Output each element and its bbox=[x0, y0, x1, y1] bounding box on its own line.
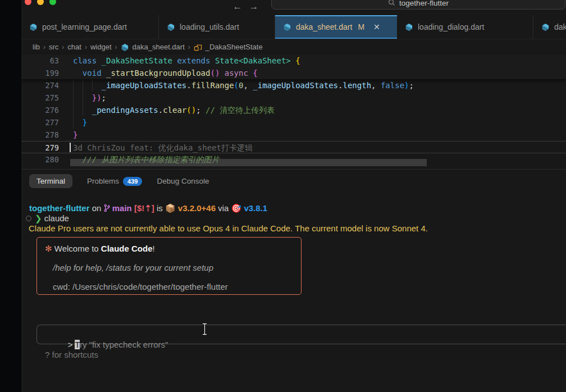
git-branch-icon bbox=[104, 203, 110, 213]
input-prompt-chevron: > bbox=[68, 340, 75, 349]
tab-loading-dialog-dart[interactable]: loading_dialog.dart bbox=[397, 15, 533, 39]
navigate-forward-button[interactable]: → bbox=[248, 1, 260, 13]
command-decoration-icon[interactable] bbox=[26, 216, 31, 221]
dart-icon bbox=[121, 43, 129, 52]
tab-label: loading_utils.dart bbox=[180, 22, 239, 31]
command-center-search[interactable]: together-flutter bbox=[271, 0, 565, 10]
panel-tab-bar: TerminalProblems439Debug Console bbox=[29, 174, 209, 188]
tab-loading-utils-dart[interactable]: loading_utils.dart bbox=[159, 15, 275, 39]
line-content: _imageUploadStates.fillRange(0, _imageUp… bbox=[73, 79, 414, 92]
line-number: 275 bbox=[21, 92, 59, 104]
breadcrumb-item--DakaSheetState[interactable]: _DakaSheetState bbox=[206, 43, 263, 51]
line-number: 277 bbox=[21, 116, 59, 129]
welcome-title: ✻ Welcome to Claude Code! bbox=[45, 244, 155, 254]
code-line-63[interactable]: 63class _DakaSheetState extends State<Da… bbox=[21, 54, 566, 67]
panel-tab-debug-console[interactable]: Debug Console bbox=[157, 177, 209, 185]
line-number: 63 bbox=[21, 54, 59, 67]
code-editor[interactable]: 274 _imageUploadStates.fillRange(0, _ima… bbox=[21, 79, 566, 169]
input-placeholder: ry "fix typecheck errors" bbox=[80, 340, 168, 349]
search-value: together-flutter bbox=[399, 0, 449, 7]
tab-label: daka_sheet.dart bbox=[296, 22, 352, 31]
line-content: 3d ChrisZou feat: 优化daka_sheet打卡逻辑 bbox=[73, 142, 253, 153]
line-number: 278 bbox=[21, 129, 59, 141]
line-content: } bbox=[73, 116, 87, 129]
code-line-275[interactable]: 275 }); bbox=[21, 92, 566, 104]
line-content: class _DakaSheetState extends State<Daka… bbox=[73, 54, 300, 67]
close-tab-icon[interactable]: ✕ bbox=[373, 22, 380, 31]
tab-daka-sheet-dart[interactable]: daka_sheet.dartM✕ bbox=[275, 15, 397, 39]
terminal-prompt-line: together-flutter on main [$!⇡] is 📦 v3.2… bbox=[29, 203, 267, 213]
text-cursor-block: T bbox=[75, 340, 80, 349]
breadcrumb-separator: › bbox=[115, 43, 117, 51]
code-line-276[interactable]: 276 _pendingAssets.clear(); // 清空待上传列表 bbox=[21, 104, 566, 116]
class-icon bbox=[194, 43, 202, 52]
dart-file-icon bbox=[167, 23, 175, 31]
code-line-278[interactable]: 278} bbox=[21, 129, 566, 141]
code-line-274[interactable]: 274 _imageUploadStates.fillRange(0, _ima… bbox=[21, 79, 566, 92]
breadcrumb-separator: › bbox=[85, 43, 87, 51]
search-icon bbox=[388, 0, 395, 8]
panel-tab-label: Debug Console bbox=[157, 177, 209, 185]
window-controls bbox=[25, 0, 56, 5]
line-content: _pendingAssets.clear(); // 清空待上传列表 bbox=[73, 104, 275, 116]
breadcrumb[interactable]: lib›src›chat›widget›daka_sheet.dart›_Dak… bbox=[21, 39, 566, 54]
code-line-277[interactable]: 277 } bbox=[21, 116, 566, 129]
vscode-window: ← → together-flutter post_learning_page.… bbox=[21, 0, 566, 392]
terminal-notice: Claude Pro users are not currently able … bbox=[29, 224, 428, 234]
dart-file-icon bbox=[29, 23, 38, 31]
line-content: } bbox=[73, 129, 77, 141]
breadcrumb-separator: › bbox=[188, 43, 190, 51]
tab-post-learning-page-dart[interactable]: post_learning_page.dart bbox=[21, 15, 159, 39]
welcome-cwd-line: cwd: /Users/chris/code/together/together… bbox=[53, 282, 228, 292]
line-number: 274 bbox=[21, 79, 59, 92]
horizontal-scrollbar[interactable] bbox=[70, 159, 427, 166]
mouse-ibeam-cursor bbox=[182, 312, 208, 348]
panel-tab-label: Terminal bbox=[36, 177, 65, 185]
tab-label: post_learning_page.dart bbox=[42, 22, 127, 31]
breadcrumb-item-widget[interactable]: widget bbox=[90, 43, 112, 51]
editor-tab-bar: post_learning_page.dartloading_utils.dar… bbox=[21, 15, 566, 39]
minimize-window-button[interactable] bbox=[37, 0, 44, 5]
terminal-content[interactable]: together-flutter on main [$!⇡] is 📦 v3.2… bbox=[21, 170, 566, 301]
navigate-back-button[interactable]: ← bbox=[231, 1, 244, 13]
breadcrumb-item-chat[interactable]: chat bbox=[67, 43, 81, 51]
tab-daka-[interactable]: daka_ bbox=[533, 15, 566, 39]
dart-file-icon bbox=[283, 23, 291, 31]
close-window-button[interactable] bbox=[25, 0, 31, 5]
line-number: 280 bbox=[21, 153, 59, 166]
tab-label: daka_ bbox=[554, 22, 566, 31]
terminal-command-line: ❯ claude bbox=[35, 213, 69, 224]
tab-label: loading_dialog.dart bbox=[418, 22, 484, 31]
editor-caret bbox=[70, 143, 71, 152]
welcome-help-line: /help for help, /status for your current… bbox=[53, 263, 213, 273]
claude-welcome-box: ✻ Welcome to Claude Code! /help for help… bbox=[36, 237, 302, 295]
breadcrumb-item-lib[interactable]: lib bbox=[33, 43, 40, 51]
sticky-scroll: 63class _DakaSheetState extends State<Da… bbox=[21, 54, 566, 79]
modified-indicator: M bbox=[358, 22, 364, 31]
line-number: 199 bbox=[21, 67, 59, 79]
breadcrumb-item-src[interactable]: src bbox=[49, 43, 58, 51]
panel-tab-problems[interactable]: Problems439 bbox=[87, 177, 142, 186]
line-number: 279 bbox=[21, 142, 59, 153]
claude-prompt-input[interactable]: > Try "fix typecheck errors" bbox=[36, 325, 566, 344]
breadcrumb-item-daka-sheet-dart[interactable]: daka_sheet.dart bbox=[133, 43, 185, 51]
line-content: void _startBackgroundUpload() async { bbox=[73, 67, 258, 79]
panel-tab-terminal[interactable]: Terminal bbox=[29, 174, 72, 188]
dart-file-icon bbox=[405, 23, 413, 31]
breadcrumb-separator: › bbox=[62, 43, 64, 51]
bottom-panel: TerminalProblems439Debug Console togethe… bbox=[21, 169, 566, 392]
problems-count-badge: 439 bbox=[123, 177, 142, 186]
breadcrumb-separator: › bbox=[43, 43, 45, 51]
panel-tab-label: Problems bbox=[87, 177, 119, 185]
shortcuts-hint: ? for shortcuts bbox=[45, 350, 98, 360]
code-line-279[interactable]: 2793d ChrisZou feat: 优化daka_sheet打卡逻辑 bbox=[21, 141, 566, 153]
line-content: }); bbox=[73, 92, 106, 104]
line-number: 276 bbox=[21, 104, 59, 116]
title-bar: ← → together-flutter bbox=[21, 0, 566, 16]
dart-file-icon bbox=[541, 23, 550, 31]
code-line-199[interactable]: 199 void _startBackgroundUpload() async … bbox=[21, 67, 566, 79]
maximize-window-button[interactable] bbox=[49, 0, 56, 5]
